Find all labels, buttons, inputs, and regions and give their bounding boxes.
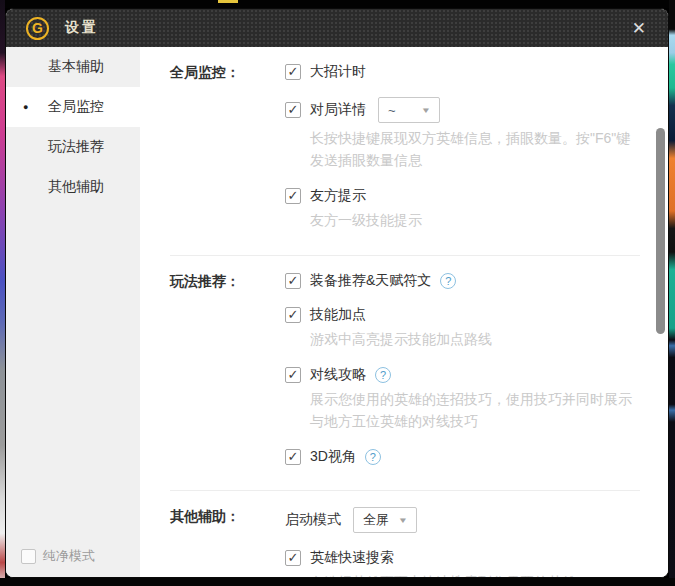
setting-label[interactable]: 装备推荐&天赋符文: [310, 272, 431, 290]
setting-label: 启动模式: [285, 511, 341, 529]
setting-hint: 长按快捷键展现双方英雄信息，插眼数量。按"F6"键: [310, 127, 668, 149]
setting-hint: 友方一级技能提示: [310, 209, 668, 231]
hotkey-dropdown[interactable]: ~ ▼: [378, 97, 440, 123]
section-title: 其他辅助：: [170, 507, 285, 578]
checkbox-checked[interactable]: ✓: [285, 64, 301, 80]
help-icon[interactable]: ?: [365, 449, 381, 465]
app-logo-icon: G: [26, 17, 49, 40]
check-icon: ✓: [288, 308, 299, 321]
close-icon[interactable]: ✕: [624, 16, 654, 41]
selected-bullet-icon: ●: [23, 103, 28, 112]
scrollbar-thumb[interactable]: [656, 128, 665, 334]
setting-label[interactable]: 对局详情: [310, 101, 366, 119]
setting-label[interactable]: 3D视角: [310, 448, 356, 466]
check-icon: ✓: [288, 368, 299, 381]
chevron-down-icon: ▼: [421, 106, 431, 115]
titlebar[interactable]: G 设置 ✕: [6, 9, 668, 47]
setting-label[interactable]: 友方提示: [310, 187, 366, 205]
settings-content: 全局监控： ✓ 大招计时 ✓ 对局详情 ~: [140, 47, 668, 578]
check-icon: ✓: [288, 450, 299, 463]
desktop-taskbar-fragment: [218, 0, 238, 3]
checkbox-checked[interactable]: ✓: [285, 449, 301, 465]
pure-mode-label: 纯净模式: [43, 547, 95, 565]
sidebar-item-label: 玩法推荐: [48, 138, 104, 156]
setting-hint: 在选择英雄页面中快速搜索到您需要的英雄: [310, 571, 668, 578]
window-body: 基本辅助 ● 全局监控 玩法推荐 其他辅助 纯净模式 全局监控：: [6, 47, 668, 578]
setting-hint: 与地方五位英雄的对线技巧: [310, 410, 668, 432]
help-icon[interactable]: ?: [440, 273, 456, 289]
checkbox-checked[interactable]: ✓: [285, 367, 301, 383]
desktop-edge-bottom: [0, 578, 675, 586]
setting-label[interactable]: 大招计时: [310, 63, 366, 81]
sidebar-item-play-recommend[interactable]: 玩法推荐: [6, 127, 140, 167]
desktop-edge-right: [669, 0, 675, 586]
launch-mode-dropdown[interactable]: 全屏 ▼: [353, 507, 417, 533]
setting-hint: 游戏中高亮提示技能加点路线: [310, 328, 668, 350]
check-icon: ✓: [288, 551, 299, 564]
sidebar-item-label: 全局监控: [48, 98, 104, 116]
check-icon: ✓: [288, 65, 299, 78]
checkbox-checked[interactable]: ✓: [285, 307, 301, 323]
setting-ult-timer: ✓ 大招计时: [285, 63, 668, 81]
checkbox-unchecked[interactable]: [21, 549, 36, 564]
setting-3d-view: ✓ 3D视角 ?: [285, 448, 668, 466]
setting-skill-points: ✓ 技能加点 游戏中高亮提示技能加点路线: [285, 306, 668, 350]
window-title: 设置: [65, 19, 99, 37]
settings-window: G 设置 ✕ 基本辅助 ● 全局监控 玩法推荐 其他辅助 纯净模式: [5, 8, 669, 578]
setting-launch-mode: 启动模式 全屏 ▼: [285, 507, 668, 533]
setting-hint: 展示您使用的英雄的连招技巧，使用技巧并同时展示: [310, 388, 668, 410]
check-icon: ✓: [288, 103, 299, 116]
setting-item-recommend: ✓ 装备推荐&天赋符文 ?: [285, 272, 668, 290]
checkbox-checked[interactable]: ✓: [285, 273, 301, 289]
sidebar-item-label: 其他辅助: [48, 178, 104, 196]
desktop-edge-top: [0, 0, 675, 8]
pure-mode-toggle[interactable]: 纯净模式: [21, 547, 95, 565]
check-icon: ✓: [288, 189, 299, 202]
sidebar-item-basic-assist[interactable]: 基本辅助: [6, 47, 140, 87]
dropdown-value: ~: [388, 103, 396, 118]
checkbox-checked[interactable]: ✓: [285, 550, 301, 566]
sidebar-item-other-assist[interactable]: 其他辅助: [6, 167, 140, 207]
help-icon[interactable]: ?: [375, 367, 391, 383]
section-play-recommend: 玩法推荐： ✓ 装备推荐&天赋符文 ? ✓ 技能加点: [170, 256, 668, 490]
check-icon: ✓: [288, 274, 299, 287]
checkbox-checked[interactable]: ✓: [285, 102, 301, 118]
setting-label[interactable]: 对线攻略: [310, 366, 366, 384]
setting-ally-tip: ✓ 友方提示 友方一级技能提示: [285, 187, 668, 231]
setting-hint: 发送插眼数量信息: [310, 149, 668, 171]
section-other-assist: 其他辅助： 启动模式 全屏 ▼ ✓: [170, 491, 668, 578]
setting-hero-search: ✓ 英雄快速搜索 在选择英雄页面中快速搜索到您需要的英雄: [285, 549, 668, 578]
setting-label[interactable]: 英雄快速搜索: [310, 549, 394, 567]
setting-match-detail: ✓ 对局详情 ~ ▼ 长按快捷键展现双方英雄信息，插眼数量。按"F6"键 发送插…: [285, 97, 668, 171]
section-global-monitor: 全局监控： ✓ 大招计时 ✓ 对局详情 ~: [170, 47, 668, 255]
sidebar: 基本辅助 ● 全局监控 玩法推荐 其他辅助 纯净模式: [6, 47, 140, 578]
chevron-down-icon: ▼: [398, 516, 408, 525]
setting-lane-guide: ✓ 对线攻略 ? 展示您使用的英雄的连招技巧，使用技巧并同时展示 与地方五位英雄…: [285, 366, 668, 432]
section-title: 全局监控：: [170, 63, 285, 247]
checkbox-checked[interactable]: ✓: [285, 188, 301, 204]
sidebar-item-label: 基本辅助: [48, 58, 104, 76]
setting-label[interactable]: 技能加点: [310, 306, 366, 324]
sidebar-item-global-monitor[interactable]: ● 全局监控: [6, 87, 140, 127]
dropdown-value: 全屏: [363, 511, 389, 529]
section-title: 玩法推荐：: [170, 272, 285, 482]
